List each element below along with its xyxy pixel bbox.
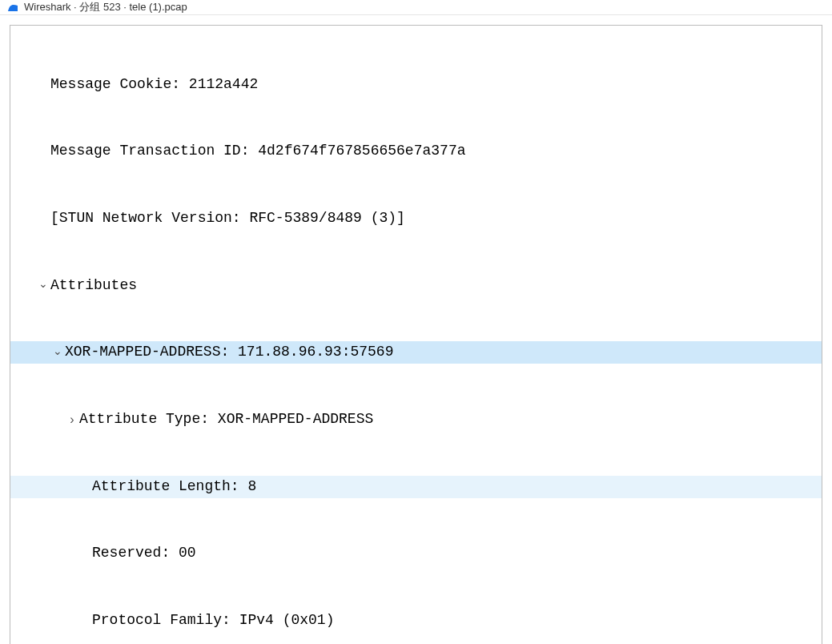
tree-row[interactable]: Protocol Family: IPv4 (0x01) <box>10 610 822 632</box>
window-title: Wireshark · 分组 523 · tele (1).pcap <box>24 0 187 14</box>
packet-details-tree[interactable]: Message Cookie: 2112a442 Message Transac… <box>10 25 822 644</box>
tree-row-attr-len[interactable]: Attribute Length: 8 <box>10 476 822 498</box>
tree-row[interactable]: Attribute Type: XOR-MAPPED-ADDRESS <box>10 409 822 431</box>
tree-row[interactable]: [STUN Network Version: RFC-5389/8489 (3)… <box>10 207 822 230</box>
chevron-down-icon[interactable] <box>36 277 50 295</box>
chevron-down-icon[interactable] <box>50 344 65 362</box>
wireshark-icon <box>6 1 19 14</box>
panels: Message Cookie: 2112a442 Message Transac… <box>0 15 832 644</box>
tree-row-xor-mapped[interactable]: XOR-MAPPED-ADDRESS: 171.88.96.93:57569 <box>10 341 822 364</box>
tree-row[interactable]: Message Cookie: 2112a442 <box>10 74 822 96</box>
tree-row[interactable]: Message Transaction ID: 4d2f674f76785665… <box>10 140 822 163</box>
tree-row-attributes[interactable]: Attributes <box>10 275 822 297</box>
tree-row[interactable]: Reserved: 00 <box>10 542 822 565</box>
chevron-right-icon[interactable] <box>65 410 79 430</box>
titlebar: Wireshark · 分组 523 · tele (1).pcap <box>0 0 832 15</box>
